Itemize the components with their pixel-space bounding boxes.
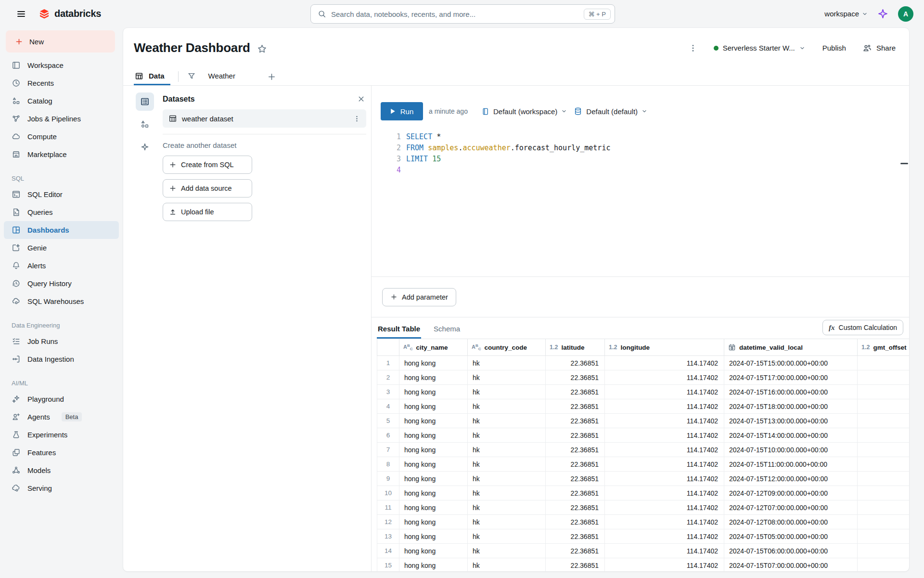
sidebar-item-playground[interactable]: Playground: [4, 390, 119, 408]
sidebar-item-serving[interactable]: Serving: [4, 479, 119, 497]
datasets-list-icon[interactable]: [136, 92, 154, 111]
cell-datetime-valid-local: 2024-07-12T08:00:00.000+00:00: [724, 515, 858, 529]
sidebar-item-alerts[interactable]: Alerts: [4, 257, 119, 275]
sidebar-item-sql-warehouses[interactable]: SQL Warehouses: [4, 292, 119, 310]
workspace-switcher[interactable]: workspace: [824, 10, 868, 18]
column-label: longitude: [620, 344, 650, 351]
sql-token: [428, 154, 432, 165]
sql-code-line[interactable]: 3LIMIT 15: [381, 154, 909, 165]
close-icon[interactable]: [356, 94, 366, 104]
column-header-datetime-valid-local[interactable]: datetime_valid_local: [724, 339, 858, 356]
topbar: databricks ⌘ + P workspace A: [0, 0, 924, 27]
tab-data[interactable]: Data: [134, 68, 170, 85]
line-number: 2: [392, 143, 401, 154]
sidebar-item-job-runs[interactable]: Job Runs: [4, 332, 119, 350]
cell-longitude: 114.17402: [605, 529, 724, 544]
cell-city-name: hong kong: [399, 529, 468, 544]
sidebar-item-sql-editor[interactable]: SQL Editor: [4, 185, 119, 203]
cell-datetime-valid-local: 2024-07-15T18:00:00.000+00:00: [724, 399, 858, 414]
favorite-star-icon[interactable]: [257, 42, 267, 54]
sidebar-item-genie[interactable]: Genie: [4, 239, 119, 257]
add-parameter-button[interactable]: Add parameter: [382, 288, 456, 306]
sidebar-item-compute[interactable]: Compute: [4, 128, 119, 145]
sidebar-item-label: Playground: [27, 395, 64, 403]
sidebar-item-models[interactable]: Models: [4, 461, 119, 479]
dataset-item-weather[interactable]: weather dataset: [163, 109, 366, 128]
cell-gmt-offset: [858, 443, 910, 457]
sidebar-item-features[interactable]: Features: [4, 444, 119, 461]
cell-gmt-offset: [858, 486, 910, 500]
sql-code-line[interactable]: 4: [381, 165, 909, 176]
upload-file-button[interactable]: Upload file: [163, 203, 252, 221]
sql-code-line[interactable]: 1SELECT *: [381, 131, 909, 143]
cell-datetime-valid-local: 2024-07-15T05:00:00.000+00:00: [724, 529, 858, 544]
sidebar-item-label: Experiments: [27, 431, 67, 439]
cell-city-name: hong kong: [399, 443, 468, 457]
sidebar-item-label: Recents: [27, 79, 54, 87]
cell-city-name: hong kong: [399, 457, 468, 472]
sidebar-item-query-history[interactable]: Query History: [4, 275, 119, 292]
table-row: 3hong konghk22.36851114.174022024-07-15T…: [377, 385, 910, 399]
sql-code[interactable]: 1SELECT *2FROM samples.accuweather.forec…: [381, 131, 909, 176]
sidebar-item-workspace[interactable]: Workspace: [4, 56, 119, 74]
cell-city-name: hong kong: [399, 385, 468, 399]
sidebar-item-agents[interactable]: AgentsBeta: [4, 408, 119, 426]
sidebar-item-experiments[interactable]: Experiments: [4, 426, 119, 444]
sidebar-item-recents[interactable]: Recents: [4, 74, 119, 92]
column-header-latitude[interactable]: 1.2latitude: [546, 339, 605, 356]
sidebar-item-marketplace[interactable]: Marketplace: [4, 145, 119, 163]
sparkle-rail-icon[interactable]: [136, 138, 154, 156]
custom-calculation-button[interactable]: fx Custom Calculation: [822, 320, 903, 335]
number-type-icon: 1.2: [609, 344, 617, 351]
catalog-rail-icon[interactable]: [136, 115, 154, 133]
column-header-country-code[interactable]: ABCcountry_code: [468, 339, 546, 356]
column-header-gmt-offset[interactable]: 1.2gmt_offset: [858, 339, 910, 356]
publish-button[interactable]: Publish: [822, 44, 846, 52]
avatar[interactable]: A: [898, 6, 913, 22]
sidebar-item-label: SQL Warehouses: [27, 297, 84, 305]
column-header-longitude[interactable]: 1.2longitude: [605, 339, 724, 356]
add-parameter-label: Add parameter: [402, 293, 448, 301]
cell-gmt-offset: [858, 356, 910, 370]
dataset-kebab-icon[interactable]: [351, 113, 362, 124]
editor-resize-handle[interactable]: [900, 163, 908, 164]
result-table: ABCcity_nameABCcountry_code1.2latitude1.…: [377, 339, 909, 571]
cell-longitude: 114.17402: [605, 558, 724, 572]
sidebar-item-data-ingestion[interactable]: Data Ingestion: [4, 350, 119, 368]
new-button[interactable]: New: [6, 30, 115, 53]
sql-code-line[interactable]: 2FROM samples.accuweather.forecast_hourl…: [381, 143, 909, 154]
compute-selector[interactable]: Default (workspace): [481, 107, 567, 116]
cell-latitude: 22.36851: [546, 370, 605, 385]
kebab-menu-icon[interactable]: [687, 42, 699, 54]
tab-result-table[interactable]: Result Table: [377, 325, 421, 339]
assistant-sparkle-icon[interactable]: [877, 8, 888, 19]
search-input[interactable]: [331, 10, 584, 18]
database-icon: [574, 107, 582, 116]
table-row: 13hong konghk22.36851114.174022024-07-15…: [377, 529, 910, 544]
add-data-source-button[interactable]: Add data source: [163, 179, 252, 197]
sidebar-item-dashboards[interactable]: Dashboards: [4, 221, 119, 239]
run-button[interactable]: Run: [381, 102, 423, 120]
sidebar-item-queries[interactable]: Queries: [4, 203, 119, 221]
environment-selector[interactable]: Serverless Starter W...: [714, 44, 805, 52]
global-search[interactable]: ⌘ + P: [310, 4, 615, 24]
tab-schema[interactable]: Schema: [433, 325, 461, 339]
cell-country-code: hk: [468, 515, 546, 529]
plus-icon: [169, 161, 177, 169]
create-from-sql-button[interactable]: Create from SQL: [163, 156, 252, 174]
databricks-logo[interactable]: databricks: [38, 8, 101, 20]
plus-icon: [169, 184, 177, 192]
sidebar-item-catalog[interactable]: Catalog: [4, 92, 119, 110]
column-header-city-name[interactable]: ABCcity_name: [399, 339, 468, 356]
cell-longitude: 114.17402: [605, 457, 724, 472]
row-number: 2: [377, 370, 399, 385]
tab-weather[interactable]: Weather: [186, 68, 241, 85]
hamburger-menu-icon[interactable]: [13, 5, 30, 23]
share-button[interactable]: Share: [862, 43, 896, 53]
add-page-button[interactable]: [267, 72, 276, 81]
topbar-right: workspace A: [824, 0, 913, 27]
catalog-selector[interactable]: Default (default): [574, 107, 647, 116]
workspace-label: workspace: [824, 10, 859, 18]
number-type-icon: 1.2: [861, 344, 870, 351]
sidebar-item-jobs-pipelines[interactable]: Jobs & Pipelines: [4, 110, 119, 128]
